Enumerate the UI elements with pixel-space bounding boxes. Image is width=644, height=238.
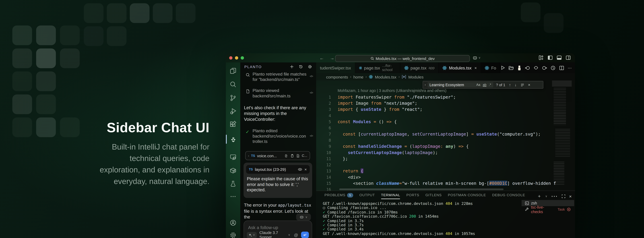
more-actions-icon[interactable]: ⋯: [568, 66, 572, 70]
minimap-slider[interactable]: [552, 80, 572, 86]
code-editor[interactable]: › Learning Ecosystem Aa ab .* ? of 1 ↑ ↓…: [316, 80, 575, 191]
live-share-icon[interactable]: [517, 65, 522, 70]
history-back-button[interactable]: ←: [320, 56, 324, 60]
panel-tab-debug-console[interactable]: DEBUG CONSOLE: [492, 191, 525, 199]
copilot-menu[interactable]: ∨: [472, 55, 480, 60]
eye-icon[interactable]: [298, 168, 302, 171]
tool-call-viewed[interactable]: Planto viewedbackend/src/main.ts </>: [244, 88, 313, 98]
panel-tab-gitlens[interactable]: GITLENS: [426, 191, 442, 199]
run-debug-icon[interactable]: [230, 108, 236, 114]
sparkle-mode-pill[interactable]: ∨: [247, 232, 256, 238]
prev-match-icon[interactable]: ↑: [509, 82, 511, 87]
tab-partial[interactable]: Fo: [481, 62, 500, 73]
active-view-indicator: [226, 135, 227, 144]
close-window-button[interactable]: [229, 56, 232, 60]
timeline-icon[interactable]: [550, 65, 556, 70]
tool-call-retrieved[interactable]: Planto retrieved file matchesfor "backen…: [244, 72, 313, 82]
maximize-panel-icon[interactable]: [561, 194, 565, 198]
explorer-icon[interactable]: [230, 67, 236, 74]
session-tsc-live-checks[interactable]: tsc-live-checks Task: [522, 206, 574, 212]
planto-view-icon[interactable]: [230, 136, 237, 143]
whole-word-toggle[interactable]: ab: [483, 83, 486, 87]
close-find-icon[interactable]: ×: [528, 82, 530, 87]
chevron-down-icon: ∨: [288, 233, 290, 236]
react-icon: [442, 66, 447, 70]
horizontal-scrollbar[interactable]: [339, 188, 504, 190]
breadcrumb[interactable]: components› home› Modules.tsx› Modules: [316, 73, 575, 80]
nav-circle-icon[interactable]: [534, 65, 538, 70]
panel-more-icon[interactable]: ⋯: [551, 192, 558, 200]
panel-tab-postman-console[interactable]: POSTMAN CONSOLE: [448, 191, 486, 199]
new-chat-icon[interactable]: [290, 64, 294, 69]
window-controls[interactable]: [229, 56, 244, 60]
user-message-card: TS layout.tsx (23-29) × Please explain t…: [244, 162, 312, 198]
tab-studentswiper[interactable]: tudentSwiper.tsx: [316, 62, 355, 73]
open-folder-icon[interactable]: [508, 65, 514, 70]
settings-gear-icon[interactable]: [230, 232, 236, 238]
find-expand-icon[interactable]: ›: [423, 83, 428, 87]
minimap[interactable]: [553, 80, 572, 191]
more-views-icon[interactable]: [230, 193, 236, 200]
nav-back-icon[interactable]: [525, 65, 530, 70]
find-widget[interactable]: › Learning Ecosystem Aa ab .* ? of 1 ↑ ↓…: [422, 81, 544, 89]
docker-icon[interactable]: [230, 167, 236, 174]
panel-tab-problems[interactable]: PROBLEMS5: [324, 191, 353, 199]
agent-mode-widget[interactable]: ∨: [296, 214, 311, 220]
copy-icon[interactable]: [290, 154, 294, 158]
panel-tab-terminal[interactable]: TERMINAL: [381, 191, 400, 199]
remove-attachment-icon[interactable]: ×: [304, 167, 307, 172]
mention-icon[interactable]: @: [294, 233, 298, 237]
toggle-sidebar-icon[interactable]: [548, 55, 553, 60]
customize-layout-icon[interactable]: [538, 55, 544, 60]
tool-call-edited[interactable]: ✓ Planto editedbackend/src/voice/voice.c…: [244, 128, 313, 144]
close-tab-icon[interactable]: ×: [474, 66, 477, 70]
terminal-output[interactable]: GET /.well-known/appspecific/com.chrome.…: [323, 202, 475, 236]
chevron-down-icon[interactable]: ∨: [545, 194, 547, 198]
toggle-secondary-sidebar-icon[interactable]: [566, 55, 571, 60]
tab-page-app[interactable]: page.tsxapp: [400, 62, 439, 73]
history-forward-button[interactable]: →: [330, 56, 334, 60]
remote-explorer-icon[interactable]: [230, 154, 236, 160]
panel-tab-output[interactable]: OUTPUT: [360, 191, 375, 199]
split-editor-icon[interactable]: [559, 65, 564, 70]
robot-icon: [472, 55, 478, 60]
find-in-selection-icon[interactable]: [520, 83, 524, 87]
ide-window: ← → Modules.tsx — web_frontend_dev ∨: [226, 53, 575, 238]
maximize-window-button[interactable]: [241, 56, 244, 60]
regex-toggle[interactable]: .*: [489, 83, 491, 87]
gear-icon[interactable]: [308, 64, 312, 69]
new-file-icon[interactable]: [296, 154, 300, 158]
file-chip-voice-controller[interactable]: › TS voice.con... C...: [245, 151, 310, 160]
attached-file-chip[interactable]: TS layout.tsx (23-29) ×: [246, 165, 310, 174]
error-circle-icon[interactable]: [567, 207, 571, 211]
input-placeholder: Ask a follow-up: [248, 225, 278, 230]
code-line: 13 return (: [316, 168, 550, 174]
extensions-icon[interactable]: [230, 121, 236, 128]
tab-page-for-school[interactable]: page.tsx.../for-school: [355, 62, 400, 73]
match-case-toggle[interactable]: Aa: [476, 83, 480, 87]
find-input[interactable]: Learning Ecosystem Aa ab .*: [428, 82, 493, 88]
toggle-panel-icon[interactable]: [556, 55, 562, 60]
ts-badge: TS: [249, 168, 253, 171]
tab-modules-active[interactable]: Modules.tsx ×: [439, 62, 481, 73]
test-flask-icon[interactable]: [230, 180, 236, 187]
history-icon[interactable]: [298, 64, 303, 69]
source-control-icon[interactable]: [230, 94, 236, 101]
activity-bar: [226, 62, 240, 238]
run-file-icon[interactable]: [500, 65, 505, 70]
accounts-icon[interactable]: [230, 219, 236, 226]
new-terminal-icon[interactable]: ＋: [537, 193, 542, 199]
close-panel-icon[interactable]: ×: [569, 194, 572, 198]
send-button[interactable]: [301, 232, 309, 238]
search-view-icon[interactable]: [230, 81, 236, 88]
code-icon: </>: [310, 75, 313, 78]
code-line: 2import Image from "next/image";: [316, 100, 550, 106]
panel-tab-ports[interactable]: PORTS: [406, 191, 419, 199]
followup-input[interactable]: Ask a follow-up ∨ Claude 3.7 Sonnet ∨ @: [244, 220, 312, 238]
model-selector[interactable]: Claude 3.7 Sonnet ∨: [260, 230, 290, 238]
nav-forward-icon[interactable]: [542, 65, 547, 70]
next-match-icon[interactable]: ↓: [515, 82, 517, 87]
insert-code-icon[interactable]: [284, 154, 288, 158]
minimize-window-button[interactable]: [235, 56, 238, 60]
command-center-search[interactable]: Modules.tsx — web_frontend_dev: [335, 55, 470, 62]
